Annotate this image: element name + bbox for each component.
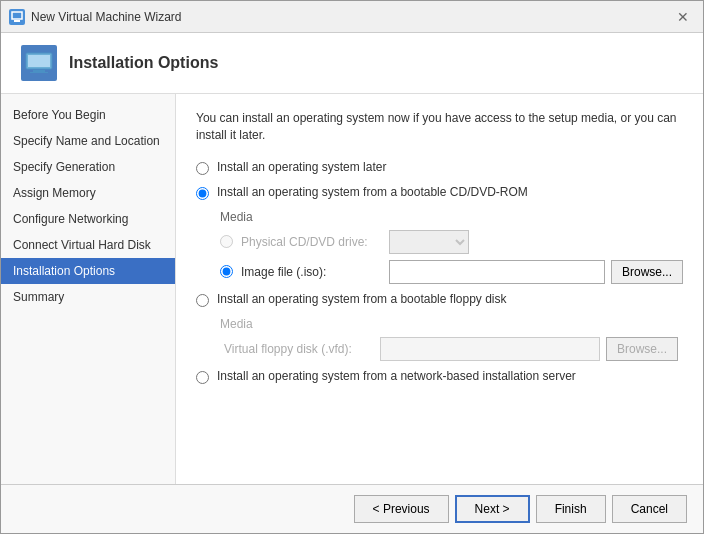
sidebar-item-hard-disk[interactable]: Connect Virtual Hard Disk — [1, 232, 175, 258]
floppy-disk-input[interactable] — [380, 337, 600, 361]
option-install-later: Install an operating system later — [196, 160, 683, 175]
main-layout: Installation Options Before You Begin Sp… — [1, 33, 703, 533]
radio-dvd[interactable] — [196, 187, 209, 200]
svg-rect-5 — [30, 72, 48, 73]
title-bar: New Virtual Machine Wizard ✕ — [1, 1, 703, 33]
label-vfd: Virtual floppy disk (.vfd): — [224, 342, 372, 356]
media-row-floppy: Virtual floppy disk (.vfd): Browse... — [220, 337, 683, 361]
sidebar-item-generation[interactable]: Specify Generation — [1, 154, 175, 180]
label-floppy: Install an operating system from a boota… — [217, 292, 507, 306]
svg-rect-0 — [12, 12, 22, 19]
media-row-physical: Physical CD/DVD drive: — [220, 230, 683, 254]
sidebar-item-name-location[interactable]: Specify Name and Location — [1, 128, 175, 154]
sidebar-item-memory[interactable]: Assign Memory — [1, 180, 175, 206]
label-physical-dvd: Physical CD/DVD drive: — [241, 235, 381, 249]
svg-rect-4 — [33, 70, 45, 72]
image-browse-button[interactable]: Browse... — [611, 260, 683, 284]
svg-rect-3 — [28, 55, 50, 67]
radio-floppy[interactable] — [196, 294, 209, 307]
intro-text: You can install an operating system now … — [196, 110, 683, 144]
media-label-dvd: Media — [220, 210, 683, 224]
label-network: Install an operating system from a netwo… — [217, 369, 576, 383]
media-row-image: Image file (.iso): :\Softwares\en_window… — [220, 260, 683, 284]
header-section: Installation Options — [1, 33, 703, 94]
footer: < Previous Next > Finish Cancel — [1, 484, 703, 533]
option-floppy: Install an operating system from a boota… — [196, 292, 683, 307]
physical-dvd-select[interactable] — [389, 230, 469, 254]
cancel-button[interactable]: Cancel — [612, 495, 687, 523]
radio-image-file[interactable] — [220, 265, 233, 278]
sidebar-item-summary[interactable]: Summary — [1, 284, 175, 310]
sidebar-item-installation[interactable]: Installation Options — [1, 258, 175, 284]
title-bar-text: New Virtual Machine Wizard — [31, 10, 671, 24]
option-network: Install an operating system from a netwo… — [196, 369, 683, 384]
wizard-window: New Virtual Machine Wizard ✕ Installatio… — [0, 0, 704, 534]
header-icon — [21, 45, 57, 81]
sidebar: Before You Begin Specify Name and Locati… — [1, 94, 176, 484]
image-file-input[interactable]: :\Softwares\en_windows_server_2012_r2_x6… — [389, 260, 605, 284]
body-section: Before You Begin Specify Name and Locati… — [1, 94, 703, 484]
finish-button[interactable]: Finish — [536, 495, 606, 523]
sidebar-item-before-you-begin[interactable]: Before You Begin — [1, 102, 175, 128]
option-dvd: Install an operating system from a boota… — [196, 185, 683, 200]
floppy-browse-button[interactable]: Browse... — [606, 337, 678, 361]
close-button[interactable]: ✕ — [671, 7, 695, 27]
svg-rect-1 — [14, 20, 20, 22]
label-dvd: Install an operating system from a boota… — [217, 185, 528, 199]
next-button[interactable]: Next > — [455, 495, 530, 523]
title-bar-icon — [9, 9, 25, 25]
radio-install-later[interactable] — [196, 162, 209, 175]
media-label-floppy: Media — [220, 317, 683, 331]
radio-network[interactable] — [196, 371, 209, 384]
label-image-file: Image file (.iso): — [241, 265, 381, 279]
media-group-floppy: Media Virtual floppy disk (.vfd): Browse… — [220, 317, 683, 361]
sidebar-item-networking[interactable]: Configure Networking — [1, 206, 175, 232]
previous-button[interactable]: < Previous — [354, 495, 449, 523]
main-content: You can install an operating system now … — [176, 94, 703, 484]
radio-physical-dvd[interactable] — [220, 235, 233, 248]
media-group-dvd: Media Physical CD/DVD drive: Image file … — [220, 210, 683, 284]
label-install-later: Install an operating system later — [217, 160, 386, 174]
page-title: Installation Options — [69, 54, 218, 72]
